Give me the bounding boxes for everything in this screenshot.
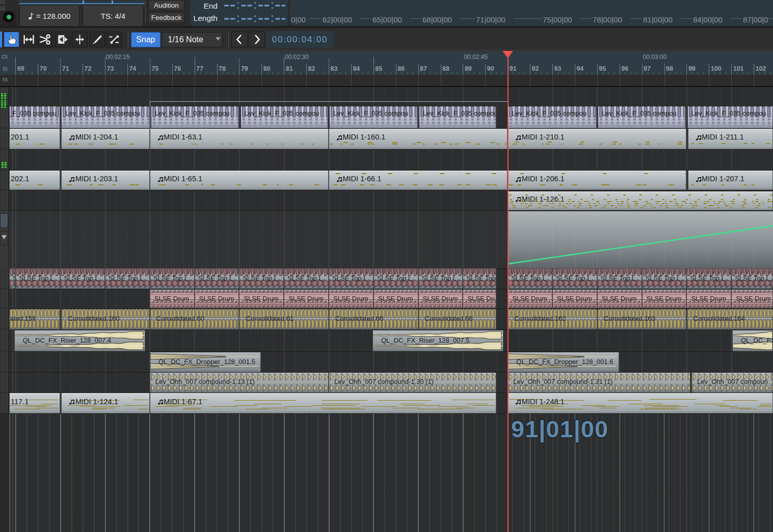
svg-text:91|01|00: 91|01|00 xyxy=(511,415,608,442)
